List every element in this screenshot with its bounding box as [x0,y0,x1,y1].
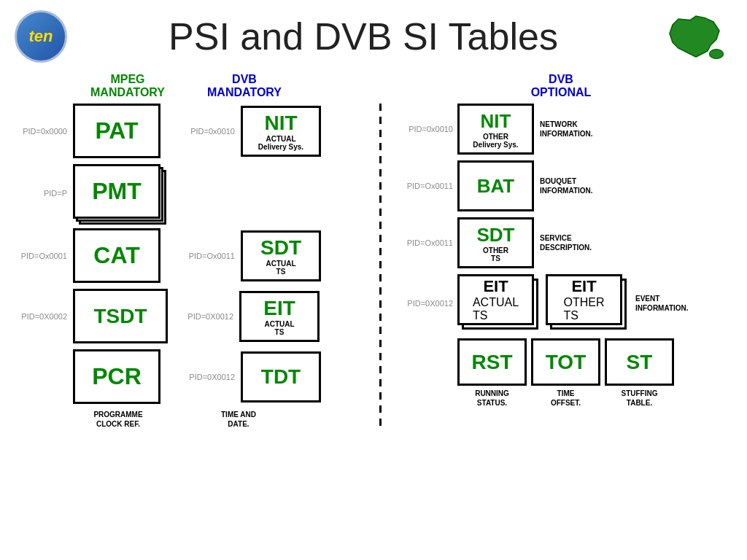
row-pmt: PID=P PMT [15,164,372,222]
pid-bat: PID=Ox0011 [395,182,457,190]
pid-pmt: PID=P [15,189,73,198]
pid-sdt-actual: PID=Ox0011 [182,252,241,260]
eit-actual-right-label: EIT [483,277,508,296]
bat-label: BAT [477,175,515,198]
eit-actual-left-box: EIT ACTUALTS [239,291,320,342]
sdt-other-desc: SERVICEDESCRIPTION. [540,233,613,252]
row-bat: PID=Ox0011 BAT BOUQUETINFORMATION. [395,160,732,211]
pat-box: PAT [73,104,160,158]
tot-label: TOT [546,351,586,374]
nit-actual-sub: ACTUALDelivery Sys. [258,135,303,151]
row-sdt-other: PID=Ox0011 SDT OTHERTS SERVICEDESCRIPTIO… [395,217,732,268]
eit-actual-stack: EIT ACTUALTS [457,274,541,332]
pid-eit-actual-left: PID=0X0012 [181,312,239,321]
eit-actual-box: EIT ACTUALTS [457,274,534,325]
sdt-other-sub: OTHERTS [483,246,508,262]
header: ten PSI and DVB SI Tables [0,0,747,73]
cat-label: CAT [93,242,139,269]
tdt-bottom-label: TIME ANDDATE. [198,410,279,429]
row-pat: PID=0x0000 PAT PID=0x0010 NIT ACTUALDeli… [15,104,372,158]
nit-other-sub: OTHERDelivery Sys. [473,133,518,149]
pid-eit-right: PID=0X0012 [395,299,457,308]
eit-other-sub: OTHERTS [564,296,605,322]
eit-other-box: EIT OTHERTS [546,274,622,325]
logo-text: ten [29,27,53,46]
bat-box: BAT [457,160,534,211]
pid-pat: PID=0x0000 [15,127,73,136]
pid-bottom-right [395,338,457,353]
nit-actual-label: NIT [264,112,297,135]
pid-sdt-other: PID=Ox0011 [395,238,457,247]
pcr-label: PCR [92,363,142,390]
rst-desc: RUNNINGSTATUS. [457,389,527,408]
tdt-box: TDT [241,351,321,402]
eit-other-stack: EIT OTHERTS [546,274,630,332]
eit-actual-left-label: EIT [263,297,295,320]
nit-actual-box: NIT ACTUALDelivery Sys. [241,106,321,157]
pmt-label: PMT [92,178,142,205]
right-col2-header: OPTIONAL [390,86,732,99]
pmt-stack: PMT [73,164,168,222]
row-tsdt: PID=0X0002 TSDT PID=0X0012 EIT ACTUALTS [15,289,372,343]
australia-map-icon [659,7,732,66]
sdt-actual-label: SDT [260,236,301,260]
left-col3-header: MANDATORY [80,86,175,99]
row-pcr: PCR PID=0X0012 TDT [15,349,372,404]
row-bottom-right: RST TOT ST RUNNINGSTATUS. [395,338,732,408]
tot-box: TOT [531,338,600,386]
svg-point-1 [709,50,723,59]
pid-tdt: PID=0X0012 [182,373,241,381]
eit-actual-right-sub: ACTUALTS [473,296,519,322]
pcr-bottom-label: PROGRAMMECLOCK REF. [74,410,162,429]
tdt-label: TDT [261,365,301,389]
logo: ten [15,10,67,63]
sdt-actual-box: SDT ACTUALTS [241,230,321,281]
table-container: PID=0x0000 PAT PID=0x0010 NIT ACTUALDeli… [15,104,732,429]
pid-nit-other: PID=0x0010 [395,125,457,133]
bottom-labels-left: PROGRAMMECLOCK REF. TIME ANDDATE. [15,410,372,429]
eit-actual-left-sub: ACTUALTS [264,320,294,336]
rst-label: RST [472,351,513,374]
st-desc: STUFFINGTABLE. [605,389,674,408]
sdt-other-label: SDT [477,224,515,246]
nit-other-desc: NETWORKINFORMATION. [540,120,613,139]
row-cat: PID=Ox0001 CAT PID=Ox0011 SDT ACTUALTS [15,228,372,283]
pid-tsdt: PID=0X0002 [15,312,73,321]
sdt-other-box: SDT OTHERTS [457,217,534,268]
eit-desc: EVENTINFORMATION. [635,294,708,313]
divider [375,104,385,429]
pid-cat: PID=Ox0001 [15,252,73,260]
tsdt-box: TSDT [73,289,168,343]
bat-desc: BOUQUETINFORMATION. [540,176,613,195]
left-col3b-header: MANDATORY [190,86,299,99]
st-box: ST [605,338,674,386]
rst-box: RST [457,338,527,386]
st-label: ST [627,351,653,374]
row-nit-other: PID=0x0010 NIT OTHERDelivery Sys. NETWOR… [395,104,732,155]
pat-label: PAT [95,117,138,144]
tot-desc: TIMEOFFSET. [531,389,600,408]
nit-other-box: NIT OTHERDelivery Sys. [457,104,534,155]
left-col2-header: DVB [190,73,299,86]
page-title: PSI and DVB SI Tables [67,15,659,58]
main-content: MPEG MANDATORY DVB MANDATORY DVB OPTIONA… [0,73,747,429]
pmt-box: PMT [73,164,160,219]
right-section: PID=0x0010 NIT OTHERDelivery Sys. NETWOR… [388,104,732,429]
pid-nit-actual: PID=0x0010 [182,127,241,136]
eit-other-label: EIT [571,277,596,296]
row-eit-right: PID=0X0012 EIT ACTUALTS EIT OTHERTS [395,274,732,332]
tsdt-label: TSDT [93,305,147,328]
nit-other-label: NIT [481,110,511,133]
left-section: PID=0x0000 PAT PID=0x0010 NIT ACTUALDeli… [15,104,372,429]
pcr-box: PCR [73,349,160,404]
cat-box: CAT [73,228,160,283]
right-col1-header: DVB [390,73,732,86]
sdt-actual-sub: ACTUALTS [266,260,295,276]
left-col1-header: MPEG [80,73,175,86]
